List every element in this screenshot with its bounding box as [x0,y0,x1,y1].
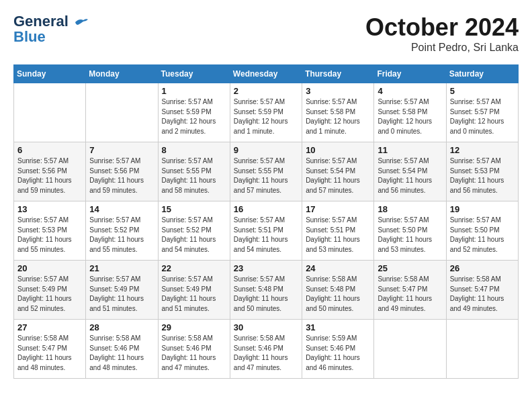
day-number: 17 [306,204,370,214]
day-info: Sunrise: 5:57 AM Sunset: 5:50 PM Dayligh… [378,216,442,255]
day-number: 13 [17,204,82,214]
month-title: October 2024 [365,13,519,42]
weekday-header: Thursday [302,65,374,83]
day-info: Sunrise: 5:57 AM Sunset: 5:58 PM Dayligh… [306,97,370,136]
day-info: Sunrise: 5:57 AM Sunset: 5:55 PM Dayligh… [234,156,298,195]
calendar-cell: 13Sunrise: 5:57 AM Sunset: 5:53 PM Dayli… [14,201,86,261]
day-number: 2 [234,86,298,96]
calendar-body: 1Sunrise: 5:57 AM Sunset: 5:59 PM Daylig… [14,83,519,379]
day-number: 20 [17,263,82,273]
day-info: Sunrise: 5:57 AM Sunset: 5:52 PM Dayligh… [89,216,154,255]
weekday-header: Friday [374,65,446,83]
calendar-cell: 11Sunrise: 5:57 AM Sunset: 5:54 PM Dayli… [374,142,446,201]
calendar-cell: 23Sunrise: 5:57 AM Sunset: 5:48 PM Dayli… [230,261,302,320]
calendar-cell [374,320,446,379]
calendar-cell [14,83,86,142]
calendar-cell: 12Sunrise: 5:57 AM Sunset: 5:53 PM Dayli… [446,142,518,201]
title-section: October 2024 Point Pedro, Sri Lanka [365,13,519,54]
day-info: Sunrise: 5:59 AM Sunset: 5:46 PM Dayligh… [306,334,370,373]
day-number: 1 [162,86,226,96]
day-info: Sunrise: 5:57 AM Sunset: 5:59 PM Dayligh… [162,97,226,136]
calendar-cell: 9Sunrise: 5:57 AM Sunset: 5:55 PM Daylig… [230,142,302,201]
day-info: Sunrise: 5:57 AM Sunset: 5:52 PM Dayligh… [162,216,226,255]
weekday-header: Sunday [14,65,86,83]
day-number: 29 [162,322,226,332]
day-number: 27 [17,322,82,332]
day-info: Sunrise: 5:57 AM Sunset: 5:51 PM Dayligh… [306,216,370,255]
day-number: 22 [162,263,226,273]
calendar-cell: 27Sunrise: 5:58 AM Sunset: 5:47 PM Dayli… [14,320,86,379]
day-number: 25 [378,263,442,273]
page-header: General Blue October 2024 Point Pedro, S… [13,13,519,54]
day-number: 30 [234,322,298,332]
day-info: Sunrise: 5:57 AM Sunset: 5:51 PM Dayligh… [234,216,298,255]
day-info: Sunrise: 5:58 AM Sunset: 5:47 PM Dayligh… [378,275,442,314]
calendar-cell: 7Sunrise: 5:57 AM Sunset: 5:56 PM Daylig… [86,142,158,201]
calendar-cell: 30Sunrise: 5:58 AM Sunset: 5:46 PM Dayli… [230,320,302,379]
day-info: Sunrise: 5:57 AM Sunset: 5:56 PM Dayligh… [17,156,82,195]
day-number: 18 [378,204,442,214]
day-info: Sunrise: 5:58 AM Sunset: 5:47 PM Dayligh… [450,275,515,314]
calendar-cell: 5Sunrise: 5:57 AM Sunset: 5:57 PM Daylig… [446,83,518,142]
day-info: Sunrise: 5:57 AM Sunset: 5:54 PM Dayligh… [378,156,442,195]
calendar-header: SundayMondayTuesdayWednesdayThursdayFrid… [14,65,519,83]
day-number: 26 [450,263,515,273]
day-info: Sunrise: 5:57 AM Sunset: 5:59 PM Dayligh… [234,97,298,136]
day-number: 24 [306,263,370,273]
calendar-cell: 17Sunrise: 5:57 AM Sunset: 5:51 PM Dayli… [302,201,374,261]
logo-bird-icon [74,17,89,28]
day-info: Sunrise: 5:58 AM Sunset: 5:46 PM Dayligh… [89,334,154,373]
day-number: 8 [162,145,226,155]
calendar-cell: 31Sunrise: 5:59 AM Sunset: 5:46 PM Dayli… [302,320,374,379]
calendar-cell: 20Sunrise: 5:57 AM Sunset: 5:49 PM Dayli… [14,261,86,320]
calendar-cell: 29Sunrise: 5:58 AM Sunset: 5:46 PM Dayli… [158,320,230,379]
day-number: 28 [89,322,154,332]
day-info: Sunrise: 5:57 AM Sunset: 5:49 PM Dayligh… [17,275,82,314]
day-info: Sunrise: 5:58 AM Sunset: 5:46 PM Dayligh… [162,334,226,373]
calendar-cell: 28Sunrise: 5:58 AM Sunset: 5:46 PM Dayli… [86,320,158,379]
day-number: 16 [234,204,298,214]
day-number: 7 [89,145,154,155]
day-number: 21 [89,263,154,273]
day-number: 4 [378,86,442,96]
day-number: 11 [378,145,442,155]
calendar-cell: 15Sunrise: 5:57 AM Sunset: 5:52 PM Dayli… [158,201,230,261]
calendar-cell: 19Sunrise: 5:57 AM Sunset: 5:50 PM Dayli… [446,201,518,261]
day-info: Sunrise: 5:57 AM Sunset: 5:57 PM Dayligh… [450,97,515,136]
logo-text: General [13,13,89,30]
calendar-cell: 26Sunrise: 5:58 AM Sunset: 5:47 PM Dayli… [446,261,518,320]
day-number: 6 [17,145,82,155]
location: Point Pedro, Sri Lanka [365,42,519,54]
calendar-cell [446,320,518,379]
calendar-cell: 22Sunrise: 5:57 AM Sunset: 5:49 PM Dayli… [158,261,230,320]
day-info: Sunrise: 5:58 AM Sunset: 5:46 PM Dayligh… [234,334,298,373]
day-number: 5 [450,86,515,96]
day-info: Sunrise: 5:57 AM Sunset: 5:49 PM Dayligh… [89,275,154,314]
calendar-cell: 25Sunrise: 5:58 AM Sunset: 5:47 PM Dayli… [374,261,446,320]
day-number: 12 [450,145,515,155]
calendar-cell: 14Sunrise: 5:57 AM Sunset: 5:52 PM Dayli… [86,201,158,261]
day-info: Sunrise: 5:57 AM Sunset: 5:50 PM Dayligh… [450,216,515,255]
day-info: Sunrise: 5:57 AM Sunset: 5:56 PM Dayligh… [89,156,154,195]
day-info: Sunrise: 5:57 AM Sunset: 5:53 PM Dayligh… [17,216,82,255]
day-number: 10 [306,145,370,155]
day-info: Sunrise: 5:57 AM Sunset: 5:58 PM Dayligh… [378,97,442,136]
day-number: 31 [306,322,370,332]
weekday-header: Tuesday [158,65,230,83]
calendar-table: SundayMondayTuesdayWednesdayThursdayFrid… [13,64,519,379]
day-number: 9 [234,145,298,155]
day-number: 15 [162,204,226,214]
calendar-cell: 1Sunrise: 5:57 AM Sunset: 5:59 PM Daylig… [158,83,230,142]
day-number: 19 [450,204,515,214]
day-info: Sunrise: 5:58 AM Sunset: 5:48 PM Dayligh… [306,275,370,314]
day-number: 23 [234,263,298,273]
calendar-cell: 24Sunrise: 5:58 AM Sunset: 5:48 PM Dayli… [302,261,374,320]
day-number: 14 [89,204,154,214]
weekday-header: Wednesday [230,65,302,83]
calendar-cell: 16Sunrise: 5:57 AM Sunset: 5:51 PM Dayli… [230,201,302,261]
day-number: 3 [306,86,370,96]
day-info: Sunrise: 5:57 AM Sunset: 5:48 PM Dayligh… [234,275,298,314]
weekday-header: Saturday [446,65,518,83]
day-info: Sunrise: 5:57 AM Sunset: 5:54 PM Dayligh… [306,156,370,195]
calendar-cell: 3Sunrise: 5:57 AM Sunset: 5:58 PM Daylig… [302,83,374,142]
